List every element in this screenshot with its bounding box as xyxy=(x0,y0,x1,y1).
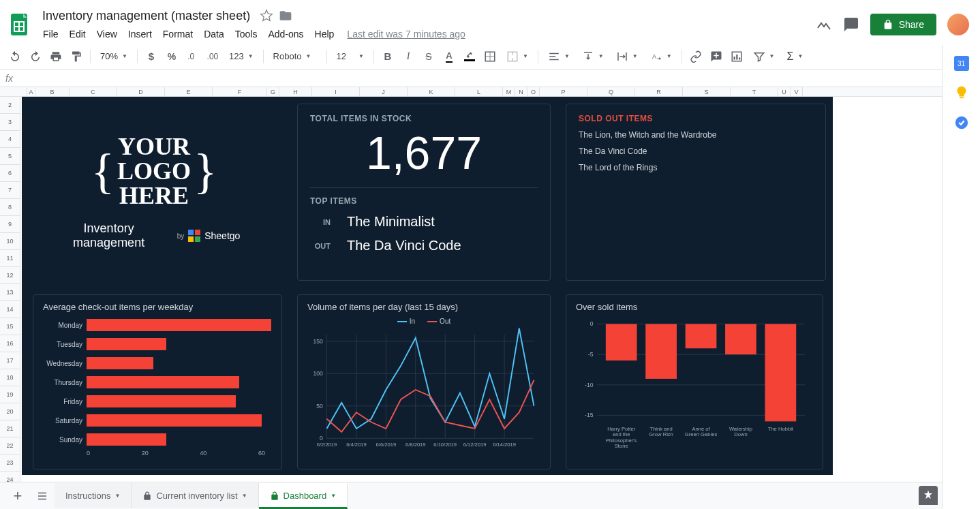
row-header[interactable]: 21 xyxy=(0,420,20,437)
font-select[interactable]: Roboto▼ xyxy=(268,48,322,64)
select-all-corner[interactable] xyxy=(0,87,27,96)
fill-color-button[interactable] xyxy=(460,47,479,66)
user-avatar[interactable] xyxy=(947,14,969,35)
menu-help[interactable]: Help xyxy=(310,26,339,42)
doc-title[interactable]: Inventory management (master sheet) xyxy=(38,7,254,25)
menu-insert[interactable]: Insert xyxy=(123,26,157,42)
share-button[interactable]: Share xyxy=(870,14,936,35)
row-header[interactable]: 14 xyxy=(0,301,20,318)
menu-file[interactable]: File xyxy=(38,26,63,42)
row-header[interactable]: 24 xyxy=(0,472,20,482)
row-header[interactable]: 18 xyxy=(0,369,20,386)
menu-addons[interactable]: Add-ons xyxy=(263,26,308,42)
row-header[interactable]: 15 xyxy=(0,318,20,335)
text-rotation-button[interactable]: A▼ xyxy=(645,48,677,65)
insert-comment-button[interactable] xyxy=(707,47,726,66)
row-header[interactable]: 10 xyxy=(0,233,20,250)
star-icon[interactable] xyxy=(260,9,273,22)
zoom-select[interactable]: 70%▼ xyxy=(95,48,133,64)
sheet-tab[interactable]: Dashboard▼ xyxy=(259,483,348,509)
menu-format[interactable]: Format xyxy=(158,26,198,42)
col-header[interactable]: L xyxy=(455,87,503,96)
col-header[interactable]: K xyxy=(408,87,455,96)
tasks-addon-icon[interactable] xyxy=(953,114,970,131)
col-header[interactable]: H xyxy=(279,87,312,96)
col-header[interactable]: C xyxy=(70,87,117,96)
bold-button[interactable]: B xyxy=(378,47,397,66)
row-header[interactable]: 2 xyxy=(0,97,20,114)
v-align-button[interactable]: ▼ xyxy=(577,48,609,65)
strikethrough-button[interactable]: S xyxy=(419,47,438,66)
chevron-down-icon[interactable]: ▼ xyxy=(242,493,247,499)
chevron-down-icon[interactable]: ▼ xyxy=(114,493,120,499)
row-header[interactable]: 11 xyxy=(0,250,20,267)
filter-button[interactable]: ▼ xyxy=(748,48,780,65)
col-header[interactable]: J xyxy=(360,87,408,96)
col-header[interactable]: T xyxy=(731,87,778,96)
col-header[interactable]: N xyxy=(515,87,527,96)
undo-button[interactable] xyxy=(5,47,25,66)
col-header[interactable]: F xyxy=(213,87,267,96)
row-header[interactable]: 17 xyxy=(0,352,20,369)
text-color-button[interactable]: A xyxy=(440,47,459,66)
col-header[interactable]: R xyxy=(635,87,683,96)
menu-data[interactable]: Data xyxy=(199,26,229,42)
borders-button[interactable] xyxy=(480,47,500,66)
percent-button[interactable]: % xyxy=(162,47,181,66)
redo-button[interactable] xyxy=(26,47,45,66)
insert-link-button[interactable] xyxy=(686,47,705,66)
chevron-down-icon[interactable]: ▼ xyxy=(331,493,336,499)
increase-decimal-button[interactable]: .00 xyxy=(203,47,222,66)
decrease-decimal-button[interactable]: .0 xyxy=(183,47,202,66)
row-header[interactable]: 8 xyxy=(0,199,20,216)
menu-tools[interactable]: Tools xyxy=(230,26,262,42)
h-align-button[interactable]: ▼ xyxy=(542,48,575,65)
currency-button[interactable]: $ xyxy=(142,47,161,66)
calendar-addon-icon[interactable]: 31 xyxy=(954,56,969,71)
col-header[interactable]: Q xyxy=(587,87,635,96)
font-size-select[interactable]: 12▼ xyxy=(331,48,369,64)
row-header[interactable]: 16 xyxy=(0,335,20,352)
keep-addon-icon[interactable] xyxy=(953,84,970,101)
col-header[interactable]: A xyxy=(27,87,35,96)
col-header[interactable]: M xyxy=(503,87,515,96)
sheets-logo-icon[interactable] xyxy=(5,11,33,38)
col-header[interactable]: B xyxy=(35,87,70,96)
col-header[interactable]: G xyxy=(267,87,279,96)
row-header[interactable]: 13 xyxy=(0,284,20,301)
row-header[interactable]: 3 xyxy=(0,114,20,131)
explore-button[interactable] xyxy=(919,486,938,505)
all-sheets-button[interactable] xyxy=(30,484,55,508)
row-header[interactable]: 5 xyxy=(0,148,20,165)
row-header[interactable]: 4 xyxy=(0,131,20,148)
activity-icon[interactable] xyxy=(816,16,832,33)
folder-move-icon[interactable] xyxy=(279,9,292,22)
col-header[interactable]: S xyxy=(683,87,731,96)
col-header[interactable]: V xyxy=(791,87,803,96)
sheet-tab[interactable]: Instructions▼ xyxy=(55,483,132,508)
row-header[interactable]: 23 xyxy=(0,454,20,472)
menu-view[interactable]: View xyxy=(92,26,122,42)
row-header[interactable]: 22 xyxy=(0,437,20,454)
row-header[interactable]: 7 xyxy=(0,182,20,199)
row-header[interactable]: 19 xyxy=(0,386,20,403)
col-header[interactable]: O xyxy=(527,87,540,96)
col-header[interactable]: P xyxy=(540,87,587,96)
paint-format-button[interactable] xyxy=(67,47,86,66)
comments-icon[interactable] xyxy=(843,16,859,33)
last-edit-link[interactable]: Last edit was 7 minutes ago xyxy=(347,29,465,40)
row-header[interactable]: 9 xyxy=(0,216,20,233)
spreadsheet-grid[interactable]: ABCDEFGHIJKLMNOPQRSTUV 23456789101112131… xyxy=(0,87,942,482)
row-header[interactable]: 12 xyxy=(0,267,20,284)
text-wrap-button[interactable]: ▼ xyxy=(611,48,643,65)
formula-input[interactable] xyxy=(21,73,975,83)
insert-chart-button[interactable] xyxy=(727,47,746,66)
add-sheet-button[interactable]: + xyxy=(5,484,30,508)
col-header[interactable]: I xyxy=(312,87,360,96)
col-header[interactable]: U xyxy=(778,87,791,96)
row-header[interactable]: 6 xyxy=(0,165,20,182)
menu-edit[interactable]: Edit xyxy=(65,26,91,42)
merge-cells-button[interactable]: ▼ xyxy=(501,48,534,65)
italic-button[interactable]: I xyxy=(399,47,418,66)
more-formats-select[interactable]: 123▼ xyxy=(224,48,259,64)
